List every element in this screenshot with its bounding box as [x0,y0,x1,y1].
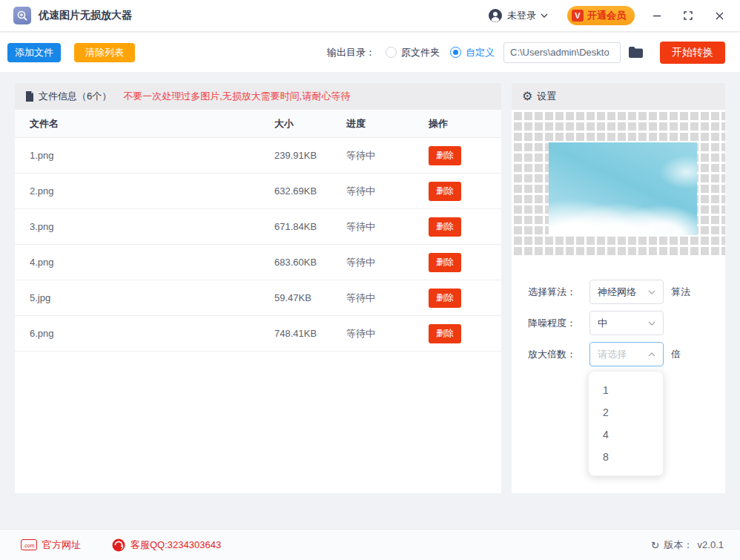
gear-icon: ⚙ [522,90,532,102]
close-button[interactable] [713,10,725,22]
table-row: 4.png 683.60KB 等待中 删除 [15,245,501,280]
scale-option-4[interactable]: 4 [589,424,663,446]
customer-service-label: 客服QQ:3234303643 [131,538,221,552]
com-icon: .com [21,539,37,550]
file-list-header: 文件信息（6个） 不要一次处理过多图片,无损放大需要时间,请耐心等待 [15,83,501,110]
scale-placeholder: 请选择 [598,348,627,361]
window-controls [651,10,725,22]
minimize-button[interactable] [651,10,663,22]
radio-custom-label: 自定义 [466,46,495,59]
noise-value: 中 [598,317,607,330]
radio-custom-folder[interactable]: 自定义 [450,46,495,59]
file-status: 等待中 [346,149,429,162]
customer-service-icon [112,538,125,552]
output-dir-group: 输出目录： 原文件夹 自定义 开始转换 [327,42,740,64]
delete-button[interactable]: 删除 [429,289,461,308]
app-title: 优速图片无损放大器 [39,9,132,22]
version-value: v2.0.1 [698,539,724,550]
col-progress: 进度 [346,117,429,131]
open-vip-button[interactable]: V 开通会员 [567,6,635,25]
delete-button[interactable]: 删除 [429,182,461,201]
login-menu[interactable]: 未登录 [488,8,548,23]
start-convert-button[interactable]: 开始转换 [660,42,725,64]
table-row: 1.png 239.91KB 等待中 删除 [15,138,501,174]
file-status: 等待中 [346,256,429,269]
delete-button[interactable]: 删除 [429,253,461,272]
file-status: 等待中 [346,220,429,234]
table-row: 5.jpg 59.47KB 等待中 删除 [15,280,501,316]
titlebar-right: 未登录 V 开通会员 [488,6,740,25]
radio-original-folder[interactable]: 原文件夹 [386,46,440,59]
add-files-button[interactable]: 添加文件 [7,43,61,62]
maximize-button[interactable] [682,10,694,22]
settings-title: 设置 [537,90,556,103]
file-name: 1.png [30,150,274,161]
footer: .com 官方网址 客服QQ:3234303643 ↻ 版本： v2.0.1 [0,529,740,560]
file-size: 748.41KB [274,328,346,339]
clear-list-button[interactable]: 清除列表 [74,43,135,62]
algorithm-value: 神经网络 [598,286,636,299]
file-size: 671.84KB [274,221,346,232]
scale-select[interactable]: 请选择 [589,342,664,366]
file-size: 59.47KB [274,292,346,303]
chevron-down-icon [648,321,655,326]
refresh-icon[interactable]: ↻ [651,539,660,551]
official-website-label: 官方网址 [42,538,81,552]
radio-original-label: 原文件夹 [401,46,440,59]
radio-original-circle [386,47,397,58]
file-size: 632.69KB [274,185,346,197]
image-preview [549,142,697,235]
settings-form: 选择算法： 神经网络 算法 降噪程度： 中 放大倍数： 请选择 [512,280,725,366]
file-status: 等待中 [346,291,429,305]
scale-option-2[interactable]: 2 [589,401,663,424]
file-size: 239.91KB [274,150,346,161]
chevron-down-icon [648,290,655,294]
output-path-input[interactable] [503,42,621,63]
algorithm-label: 选择算法： [528,286,589,299]
file-size: 683.60KB [274,257,346,268]
scale-suffix: 倍 [671,348,681,361]
customer-service-link[interactable]: 客服QQ:3234303643 [112,538,221,552]
file-name: 2.png [30,185,274,197]
file-name: 6.png [30,328,274,339]
transparency-checkerboard [512,111,725,257]
delete-button[interactable]: 删除 [429,146,461,165]
settings-header: ⚙ 设置 [512,83,725,110]
chevron-down-icon [541,13,548,18]
file-info-title: 文件信息（6个） [39,90,111,103]
delete-button[interactable]: 删除 [429,324,461,343]
scale-dropdown: 1 2 4 8 [588,371,664,476]
scale-label: 放大倍数： [528,348,589,361]
file-name: 5.jpg [30,292,274,303]
version-info: ↻ 版本： v2.0.1 [651,538,724,552]
scale-option-8[interactable]: 8 [589,446,663,468]
file-name: 4.png [30,257,274,268]
algorithm-suffix: 算法 [671,286,690,299]
algorithm-select[interactable]: 神经网络 [589,280,664,304]
col-action: 操作 [429,117,486,131]
algorithm-row: 选择算法： 神经网络 算法 [528,280,725,304]
scale-row: 放大倍数： 请选择 倍 [528,342,725,366]
toolbar: 添加文件 清除列表 输出目录： 原文件夹 自定义 开始转换 [0,33,740,72]
file-list-panel: 文件信息（6个） 不要一次处理过多图片,无损放大需要时间,请耐心等待 文件名 大… [15,83,501,493]
vip-badge-icon: V [572,10,584,22]
chevron-up-icon [648,352,655,357]
warning-text: 不要一次处理过多图片,无损放大需要时间,请耐心等待 [123,90,350,103]
settings-panel: ⚙ 设置 选择算法： 神经网络 算法 降噪程度： 中 [512,83,725,493]
table-row: 3.png 671.84KB 等待中 删除 [15,209,501,245]
noise-select[interactable]: 中 [589,311,664,335]
table-header: 文件名 大小 进度 操作 [15,110,501,138]
scale-option-1[interactable]: 1 [589,379,663,401]
table-row: 6.png 748.41KB 等待中 删除 [15,316,501,352]
browse-folder-icon[interactable] [628,46,644,59]
output-dir-label: 输出目录： [327,46,375,59]
col-size: 大小 [274,117,346,131]
radio-custom-circle [450,47,461,58]
file-status: 等待中 [346,185,429,198]
delete-button[interactable]: 删除 [429,217,461,237]
document-icon [25,91,34,102]
app-logo-icon [13,7,31,24]
title-bar: 优速图片无损放大器 未登录 V 开通会员 [0,0,740,32]
official-website-link[interactable]: .com 官方网址 [21,538,81,552]
version-label: 版本： [664,538,693,552]
